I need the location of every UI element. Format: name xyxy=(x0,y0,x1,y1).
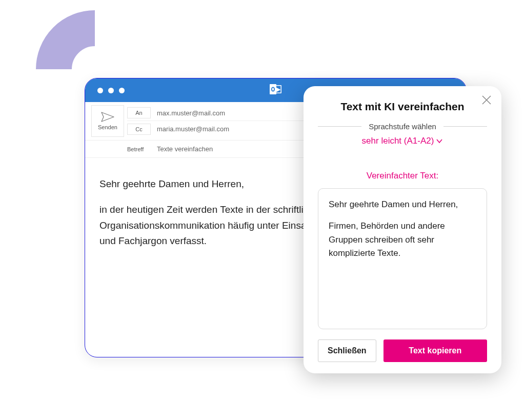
close-button[interactable]: Schließen xyxy=(318,339,376,362)
window-dot[interactable] xyxy=(119,88,125,93)
to-label[interactable]: An xyxy=(127,107,151,118)
copy-button[interactable]: Text kopieren xyxy=(383,339,487,362)
outlook-icon xyxy=(270,84,282,97)
send-button[interactable]: Senden xyxy=(91,105,124,137)
level-select[interactable]: sehr leicht (A1-A2) xyxy=(318,136,487,146)
send-icon xyxy=(101,112,114,122)
simplify-panel: Text mit KI vereinfachen Sprachstufe wäh… xyxy=(304,86,501,373)
cc-label[interactable]: Cc xyxy=(127,124,151,135)
panel-title: Text mit KI vereinfachen xyxy=(318,101,487,113)
subject-label: Betreff xyxy=(127,144,151,154)
close-icon[interactable] xyxy=(481,94,492,106)
window-controls[interactable] xyxy=(97,88,125,93)
chevron-down-icon xyxy=(436,137,443,145)
simplified-greeting: Sehr geehrte Damen und Herren, xyxy=(329,198,476,211)
window-dot[interactable] xyxy=(97,88,103,93)
panel-actions: Schließen Text kopieren xyxy=(318,339,487,362)
level-selected-value: sehr leicht (A1-A2) xyxy=(362,136,434,146)
level-label: Sprachstufe wählen xyxy=(361,122,443,131)
level-heading: Sprachstufe wählen xyxy=(318,122,487,131)
simplified-output[interactable]: Sehr geehrte Damen und Herren, Firmen, B… xyxy=(318,188,487,329)
simplified-label: Vereinfachter Text: xyxy=(318,171,487,181)
svg-point-4 xyxy=(272,88,274,90)
window-dot[interactable] xyxy=(108,88,114,93)
send-label: Senden xyxy=(98,124,117,130)
simplified-paragraph: Firmen, Behörden und andere Gruppen schr… xyxy=(329,219,476,260)
